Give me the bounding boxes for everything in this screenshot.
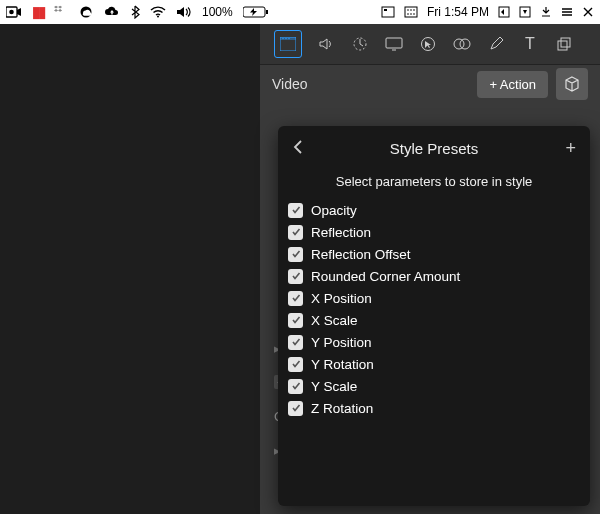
param-label: X Scale <box>311 313 358 328</box>
param-row[interactable]: X Position <box>288 287 580 309</box>
tab-text-icon[interactable]: T <box>520 34 540 54</box>
svg-rect-5 <box>266 10 268 14</box>
param-row[interactable]: Y Position <box>288 331 580 353</box>
inspector-panel: T Video + Action ▸C Co ▸ Style Presets +… <box>260 24 600 514</box>
tab-video-icon[interactable] <box>274 30 302 58</box>
window-control-2-icon[interactable] <box>519 6 531 18</box>
param-label: X Position <box>311 291 372 306</box>
param-row[interactable]: Reflection <box>288 221 580 243</box>
creative-cloud-icon[interactable] <box>78 5 94 19</box>
tab-pen-icon[interactable] <box>486 34 506 54</box>
menu-extra-1-icon[interactable] <box>381 6 395 18</box>
svg-point-12 <box>407 13 409 15</box>
tab-shape-icon[interactable] <box>452 34 472 54</box>
close-icon[interactable] <box>582 6 594 18</box>
param-label: Rounded Corner Amount <box>311 269 460 284</box>
clock-text[interactable]: Fri 1:54 PM <box>427 5 489 19</box>
svg-rect-28 <box>561 38 570 47</box>
param-checkbox[interactable] <box>288 335 303 350</box>
dropbox-icon[interactable] <box>54 5 68 19</box>
svg-point-14 <box>413 13 415 15</box>
svg-point-11 <box>413 9 415 11</box>
param-row[interactable]: Rounded Corner Amount <box>288 265 580 287</box>
add-preset-button[interactable]: + <box>552 138 576 159</box>
param-label: Z Rotation <box>311 401 373 416</box>
param-checkbox[interactable] <box>288 379 303 394</box>
battery-icon[interactable] <box>243 6 269 18</box>
param-label: Reflection <box>311 225 371 240</box>
param-checkbox[interactable] <box>288 225 303 240</box>
param-checkbox[interactable] <box>288 313 303 328</box>
param-label: Y Position <box>311 335 372 350</box>
volume-icon[interactable] <box>176 6 192 18</box>
param-checkbox[interactable] <box>288 203 303 218</box>
back-button[interactable] <box>292 139 316 158</box>
cube-button[interactable] <box>556 68 588 100</box>
style-presets-popover: Style Presets + Select parameters to sto… <box>278 126 590 506</box>
parameter-list: OpacityReflectionReflection OffsetRounde… <box>278 199 590 429</box>
param-row[interactable]: Opacity <box>288 199 580 221</box>
param-label: Reflection Offset <box>311 247 411 262</box>
svg-point-21 <box>288 38 289 39</box>
param-row[interactable]: Y Scale <box>288 375 580 397</box>
window-control-3-icon[interactable] <box>540 6 552 18</box>
tab-audio-icon[interactable] <box>316 34 336 54</box>
param-row[interactable]: Z Rotation <box>288 397 580 419</box>
tab-pointer-icon[interactable] <box>418 34 438 54</box>
param-checkbox[interactable] <box>288 291 303 306</box>
tab-timing-icon[interactable] <box>350 34 370 54</box>
add-action-button[interactable]: + Action <box>477 71 548 98</box>
popover-title: Style Presets <box>316 140 552 157</box>
svg-point-10 <box>410 9 412 11</box>
tab-display-icon[interactable] <box>384 34 404 54</box>
svg-rect-23 <box>386 38 402 48</box>
cloud-upload-icon[interactable] <box>104 6 120 18</box>
section-header: Video + Action <box>260 65 600 103</box>
svg-point-1 <box>9 10 14 15</box>
window-control-1-icon[interactable] <box>498 6 510 18</box>
popover-subtitle: Select parameters to store in style <box>278 170 590 199</box>
section-title: Video <box>272 76 308 92</box>
svg-point-26 <box>460 39 470 49</box>
param-checkbox[interactable] <box>288 247 303 262</box>
bluetooth-icon[interactable] <box>130 5 140 19</box>
param-checkbox[interactable] <box>288 269 303 284</box>
param-label: Y Scale <box>311 379 357 394</box>
tab-layers-icon[interactable] <box>554 34 574 54</box>
svg-rect-7 <box>384 9 387 11</box>
param-label: Y Rotation <box>311 357 374 372</box>
param-checkbox[interactable] <box>288 357 303 372</box>
param-checkbox[interactable] <box>288 401 303 416</box>
svg-point-25 <box>454 39 464 49</box>
record-icon[interactable] <box>6 6 22 18</box>
pause-icon[interactable]: ▮▮ <box>32 3 44 21</box>
wifi-icon[interactable] <box>150 6 166 18</box>
svg-point-9 <box>407 9 409 11</box>
param-row[interactable]: X Scale <box>288 309 580 331</box>
svg-point-13 <box>410 13 412 15</box>
svg-rect-8 <box>405 7 417 17</box>
popover-footer[interactable] <box>278 429 590 506</box>
param-row[interactable]: Reflection Offset <box>288 243 580 265</box>
inspector-toolbar: T <box>260 24 600 65</box>
input-source-icon[interactable] <box>404 6 418 18</box>
svg-rect-6 <box>382 7 394 17</box>
svg-point-20 <box>285 38 286 39</box>
hamburger-icon[interactable] <box>561 6 573 18</box>
svg-point-19 <box>282 38 283 39</box>
svg-point-3 <box>157 16 159 18</box>
macos-menubar: ▮▮ 100% Fri 1:54 PM <box>0 0 600 24</box>
canvas-area[interactable] <box>0 24 260 514</box>
param-row[interactable]: Y Rotation <box>288 353 580 375</box>
battery-text: 100% <box>202 5 233 19</box>
param-label: Opacity <box>311 203 357 218</box>
svg-rect-27 <box>558 41 567 50</box>
